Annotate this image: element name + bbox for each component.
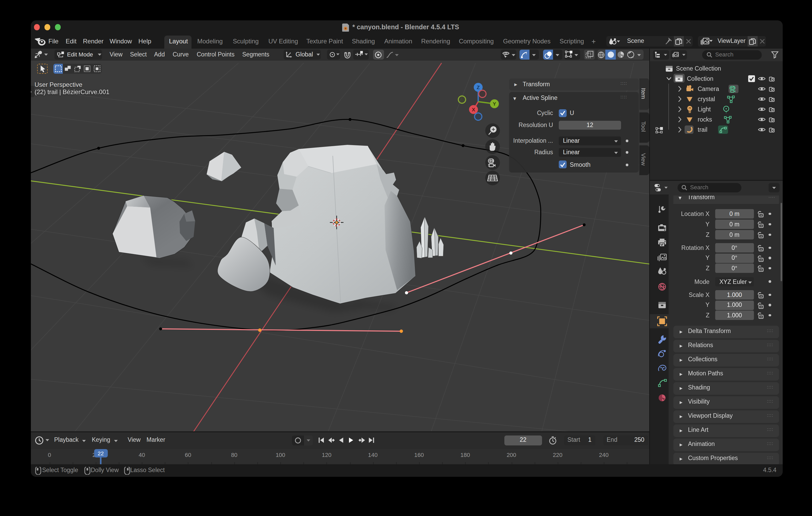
svg-text:trail: trail: [698, 126, 707, 133]
svg-text:X: X: [472, 107, 475, 112]
svg-text:rocks: rocks: [698, 116, 712, 123]
svg-text:Y: Y: [493, 101, 496, 107]
svg-text:Light: Light: [698, 105, 711, 113]
svg-text:Scene Collection: Scene Collection: [676, 65, 721, 72]
svg-text:Z: Z: [476, 85, 480, 90]
svg-text:Collection: Collection: [687, 75, 714, 82]
svg-text:Camera: Camera: [698, 85, 719, 92]
svg-text:crystal: crystal: [698, 95, 715, 102]
